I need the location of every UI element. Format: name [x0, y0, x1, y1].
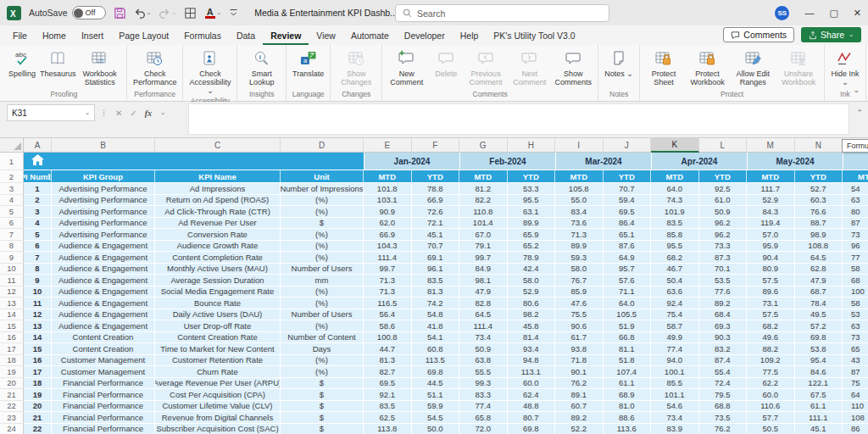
value-cell[interactable]: 69.8: [412, 366, 460, 378]
value-cell[interactable]: 50.5: [747, 424, 795, 434]
value-cell[interactable]: 68.2: [747, 320, 795, 332]
column-header-i[interactable]: I: [555, 138, 604, 153]
kpi-number-cell[interactable]: 22: [24, 424, 52, 434]
kpi-number-cell[interactable]: 10: [24, 287, 52, 298]
value-cell-partial[interactable]: 58: [843, 298, 868, 309]
row-header-9[interactable]: 9: [0, 252, 24, 264]
row-header-2[interactable]: 2: [0, 170, 24, 183]
unit-cell[interactable]: (%): [281, 229, 364, 241]
unit-cell[interactable]: (%): [281, 298, 364, 309]
value-cell[interactable]: 99.3: [459, 378, 508, 390]
name-box[interactable]: K31 ⌄: [7, 104, 95, 121]
new-comment-button[interactable]: New Comment: [385, 47, 428, 86]
value-cell[interactable]: 105.8: [555, 183, 604, 195]
value-cell[interactable]: 54.6: [651, 401, 699, 413]
kpi-group-cell[interactable]: Financial Performance: [52, 412, 155, 424]
value-cell[interactable]: 69.8: [508, 424, 556, 434]
value-cell[interactable]: 71.3: [555, 229, 604, 241]
value-cell[interactable]: 95.7: [604, 264, 652, 275]
kpi-number-cell[interactable]: 2: [24, 195, 52, 207]
kpi-number-cell[interactable]: 13: [24, 320, 52, 332]
kpi-number-cell[interactable]: 3: [24, 206, 52, 218]
kpi-number-cell[interactable]: 21: [24, 412, 52, 424]
kpi-number-cell[interactable]: 16: [24, 355, 52, 367]
value-cell[interactable]: 65.9: [508, 229, 556, 241]
column-header-j[interactable]: J: [604, 138, 652, 153]
value-cell[interactable]: 98.1: [459, 275, 508, 287]
value-cell[interactable]: 53.3: [508, 183, 556, 195]
value-cell[interactable]: 111.7: [747, 183, 795, 195]
value-cell[interactable]: 61.1: [795, 401, 843, 413]
avatar[interactable]: SS: [775, 6, 789, 20]
unit-cell[interactable]: Number of Users: [281, 264, 364, 275]
tab-page-layout[interactable]: Page Layout: [111, 27, 176, 45]
value-cell[interactable]: 70.1: [699, 264, 748, 275]
kpi-group-cell[interactable]: Audience & Engagement: [52, 241, 155, 253]
kpi-name-cell[interactable]: Churn Rate: [155, 366, 281, 378]
value-cell[interactable]: 83.5: [651, 218, 699, 230]
value-cell[interactable]: 55.5: [459, 366, 508, 378]
value-cell[interactable]: 95.5: [651, 241, 699, 253]
kpi-number-cell[interactable]: 4: [24, 218, 52, 230]
value-cell[interactable]: 60.0: [508, 378, 556, 390]
row-header-13[interactable]: 13: [0, 298, 24, 309]
value-cell[interactable]: 88.7: [795, 218, 843, 230]
value-cell[interactable]: 47.9: [795, 275, 843, 287]
kpi-group-cell[interactable]: Content Creation: [52, 343, 155, 355]
kpi-name-cell[interactable]: Monthly Active Users (MAU): [155, 264, 281, 275]
value-cell[interactable]: 60.0: [747, 389, 795, 401]
maximize-button[interactable]: ▢: [829, 8, 837, 19]
value-cell[interactable]: 76.7: [555, 275, 604, 287]
value-cell[interactable]: 72.4: [699, 378, 748, 390]
value-cell-partial[interactable]: 58: [843, 264, 868, 275]
value-cell-partial[interactable]: 73: [843, 332, 868, 344]
unit-cell[interactable]: $: [281, 378, 364, 390]
unit-cell[interactable]: (%): [281, 287, 364, 298]
value-cell[interactable]: 58.6: [364, 320, 412, 332]
value-cell[interactable]: 73.3: [699, 241, 748, 253]
kpi-number-cell[interactable]: 19: [24, 389, 52, 401]
kpi-name-cell[interactable]: Ad Impressions: [155, 183, 281, 195]
value-cell[interactable]: 71.1: [604, 287, 652, 298]
kpi-name-cell[interactable]: Subscriber Acquisition Cost (SAC): [155, 424, 281, 434]
translate-button[interactable]: aTranslate: [289, 47, 327, 78]
value-cell[interactable]: 60.8: [412, 343, 460, 355]
value-cell-partial[interactable]: 77: [843, 252, 868, 264]
value-cell[interactable]: 119.4: [747, 218, 795, 230]
value-cell[interactable]: 65.8: [459, 412, 508, 424]
value-cell[interactable]: 67.5: [795, 389, 843, 401]
value-cell[interactable]: 109.2: [747, 355, 795, 367]
value-cell[interactable]: 110.6: [747, 401, 795, 413]
value-cell[interactable]: 96.1: [412, 264, 460, 275]
value-cell[interactable]: 108.8: [795, 241, 843, 253]
value-cell[interactable]: 81.1: [604, 343, 652, 355]
value-cell[interactable]: 89.9: [508, 218, 556, 230]
value-cell[interactable]: 71.8: [555, 355, 604, 367]
value-cell-partial[interactable]: 54: [843, 183, 868, 195]
close-button[interactable]: ✕: [854, 8, 861, 19]
value-cell-partial[interactable]: 65: [843, 343, 868, 355]
value-cell[interactable]: 90.6: [555, 320, 604, 332]
value-cell[interactable]: 59.4: [604, 195, 652, 207]
value-cell[interactable]: 47.9: [459, 287, 508, 298]
value-cell[interactable]: 98.2: [508, 309, 556, 321]
protect-workbook-button[interactable]: Protect Workbook: [685, 47, 731, 86]
value-cell[interactable]: 75.4: [651, 309, 699, 321]
value-cell-partial[interactable]: 43: [843, 355, 868, 367]
kpi-name-cell[interactable]: Return on Ad Spend (ROAS): [155, 195, 281, 207]
value-cell[interactable]: 44.7: [364, 343, 412, 355]
value-cell[interactable]: 96.2: [699, 229, 748, 241]
row-header-15[interactable]: 15: [0, 320, 24, 332]
value-cell[interactable]: 113.8: [364, 424, 412, 434]
value-cell[interactable]: 73.6: [555, 218, 604, 230]
value-cell[interactable]: 68.7: [795, 287, 843, 298]
value-cell[interactable]: 52.9: [508, 287, 556, 298]
value-cell[interactable]: 73.1: [747, 298, 795, 309]
tab-formulas[interactable]: Formulas: [176, 27, 229, 45]
value-cell[interactable]: 69.5: [604, 206, 652, 218]
value-cell[interactable]: 101.8: [364, 183, 412, 195]
row-header-16[interactable]: 16: [0, 332, 24, 344]
value-cell[interactable]: 82.2: [459, 195, 508, 207]
kpi-group-cell[interactable]: Customer Management: [52, 366, 155, 378]
value-cell[interactable]: 49.9: [651, 332, 699, 344]
